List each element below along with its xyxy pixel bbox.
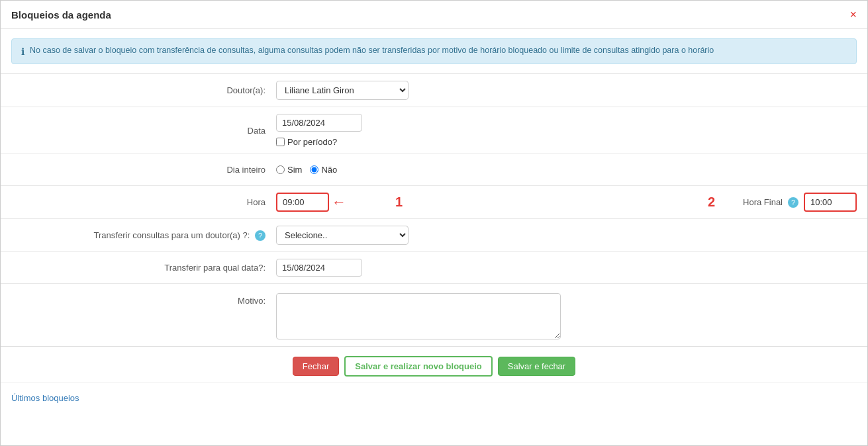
doutor-content: Liliane Latin Giron	[276, 81, 857, 100]
hora-input[interactable]	[276, 193, 329, 212]
transferir-label: Transferir consultas para um doutor(a) ?…	[11, 230, 276, 241]
form-section: Doutor(a): Liliane Latin Giron Data Por …	[1, 73, 867, 346]
ultimos-section: Últimos bloqueios	[1, 382, 867, 408]
modal-container: Bloqueios da agenda × ℹ No caso de salva…	[0, 0, 868, 446]
motivo-content	[276, 293, 857, 339]
info-icon: ℹ	[21, 46, 24, 57]
nao-radio[interactable]	[310, 165, 318, 174]
doutor-row: Doutor(a): Liliane Latin Giron	[1, 74, 867, 107]
transferir-select[interactable]: Selecione..	[276, 226, 409, 245]
data-label: Data	[11, 126, 276, 136]
salvar-novo-button[interactable]: Salvar e realizar novo bloqueio	[344, 356, 492, 377]
info-banner: ℹ No caso de salvar o bloqueio com trans…	[11, 38, 857, 64]
transferir-content: Selecione..	[276, 226, 857, 245]
hora-final-section: 2 Hora Final ?	[704, 193, 857, 212]
dia-inteiro-label: Dia inteiro	[11, 165, 276, 175]
transferir-help-icon[interactable]: ?	[255, 230, 265, 241]
modal-header: Bloqueios da agenda ×	[1, 1, 867, 29]
dia-inteiro-content: Sim Não	[276, 165, 857, 175]
hora-label: Hora	[11, 197, 276, 207]
modal-title: Bloqueios da agenda	[11, 9, 111, 21]
info-text: No caso de salvar o bloqueio com transfe…	[30, 46, 714, 55]
hora-content: ← 1 2 Hora Final ?	[276, 193, 857, 212]
motivo-row: Motivo:	[1, 284, 867, 346]
ultimos-link[interactable]: Últimos bloqueios	[1, 388, 867, 408]
motivo-textarea[interactable]	[276, 293, 561, 339]
arrow-1-icon: ←	[332, 195, 346, 210]
hora-final-input[interactable]	[804, 193, 857, 212]
sim-radio-label[interactable]: Sim	[276, 165, 302, 175]
close-button[interactable]: ×	[849, 9, 857, 21]
doutor-select[interactable]: Liliane Latin Giron	[276, 81, 409, 100]
annotation-2: 2	[708, 195, 715, 210]
transferir-data-content	[276, 259, 857, 277]
hora-final-label: Hora Final	[743, 197, 783, 207]
hora-final-help-icon[interactable]: ?	[788, 197, 798, 208]
footer-row: Fechar Salvar e realizar novo bloqueio S…	[1, 346, 867, 386]
hora-row: Hora ← 1 2 H	[1, 186, 867, 219]
motivo-label: Motivo:	[11, 293, 276, 306]
dia-inteiro-row: Dia inteiro Sim Não	[1, 154, 867, 186]
fechar-button[interactable]: Fechar	[293, 357, 339, 376]
por-periodo-label[interactable]: Por período?	[276, 137, 362, 147]
salvar-fechar-button[interactable]: Salvar e fechar	[498, 357, 575, 376]
sim-radio[interactable]	[276, 165, 285, 174]
doutor-label: Doutor(a):	[11, 85, 276, 95]
nao-radio-label[interactable]: Não	[310, 165, 337, 175]
data-input[interactable]	[276, 114, 362, 132]
transferir-row: Transferir consultas para um doutor(a) ?…	[1, 219, 867, 252]
modal-body: ℹ No caso de salvar o bloqueio com trans…	[1, 38, 867, 408]
radio-group: Sim Não	[276, 165, 337, 175]
annotation-1: 1	[395, 195, 403, 210]
transferir-data-row: Transferir para qual data?:	[1, 252, 867, 284]
transferir-data-input[interactable]	[276, 259, 362, 277]
data-row: Data Por período?	[1, 107, 867, 154]
por-periodo-checkbox[interactable]	[276, 138, 285, 146]
data-content: Por período?	[276, 114, 857, 147]
transferir-data-label: Transferir para qual data?:	[11, 263, 276, 273]
